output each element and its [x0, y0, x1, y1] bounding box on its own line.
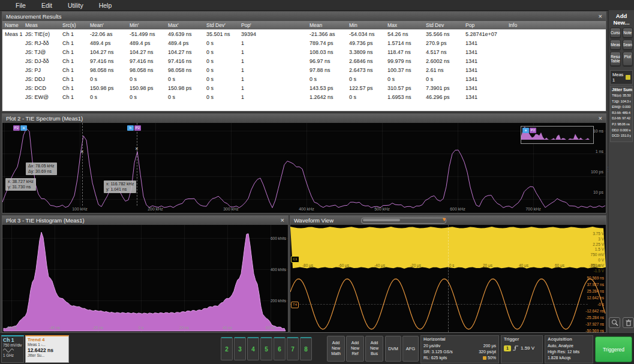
triggered-status-button[interactable]: Triggered: [595, 336, 632, 362]
sidebar-button[interactable]: Results Table: [610, 52, 621, 66]
table-cell: 0 s: [204, 76, 239, 82]
table-cell: 46.296 ps: [423, 94, 463, 100]
close-icon[interactable]: ×: [599, 115, 602, 122]
cursor-badge[interactable]: b: [127, 125, 134, 131]
cursor-badge[interactable]: P2: [134, 125, 141, 131]
results-panel-header[interactable]: Measurement Results ×: [2, 12, 606, 21]
channel-button[interactable]: 4: [247, 337, 259, 360]
minimap-badge[interactable]: P2: [530, 128, 536, 133]
table-cell: JS: DJ-δδ: [23, 58, 60, 64]
column-header[interactable]: Src(s): [60, 22, 88, 28]
table-cell: Ch 1: [60, 76, 88, 82]
add-new-button[interactable]: Add New Bus: [365, 336, 383, 362]
table-row[interactable]: JS: DDJCh 10 s0 s0 s0 s10 s0 s0 s0 s1341: [2, 74, 606, 83]
column-header[interactable]: Std Dev: [423, 22, 463, 28]
acquisition-panel[interactable]: Acquisition Auto, Analyze High Res: 12 b…: [545, 335, 593, 363]
column-header[interactable]: Max: [385, 22, 423, 28]
jitter-summary-panel[interactable]: Jitter Summary TIE(σ): 35.50 nsTJ@: 104.…: [610, 86, 633, 142]
afg-button[interactable]: AFG: [402, 336, 419, 362]
trend-reference-marker[interactable]: T4: [291, 302, 299, 308]
table-cell: JS: RJ-δδ: [23, 40, 60, 46]
table-cell: 3.3809 ns: [347, 49, 385, 55]
cursor-badge[interactable]: P2: [13, 125, 20, 131]
table-cell: 54.26 ns: [385, 31, 423, 37]
column-header[interactable]: Std Dev': [204, 22, 239, 28]
horizontal-panel[interactable]: Horizontal 20 μs/div 200 μs SR: 3.125 GS…: [420, 335, 499, 363]
table-row[interactable]: JS: RJ-δδCh 1489.4 ps489.4 ps489.4 ps0 s…: [2, 38, 606, 47]
ch1-reference-marker[interactable]: C1: [291, 256, 299, 263]
histogram-panel-title: Plot 3 - TIE Histogram (Meas1): [6, 217, 85, 224]
histogram-plot[interactable]: -60 ns-40 ns-20 ns0 s20 ns40 ns60 ns 600…: [2, 225, 288, 332]
table-row[interactable]: JS: DCDCh 1150.98 ps150.98 ps150.98 ps0 …: [2, 83, 606, 92]
scrollbar-thumb[interactable]: [363, 219, 400, 221]
menu-item[interactable]: File: [16, 2, 26, 9]
column-header[interactable]: Mean: [307, 22, 347, 28]
sidebar-button[interactable]: Search: [623, 40, 633, 50]
sidebar-button[interactable]: Measure: [610, 40, 621, 50]
table-cell: 270.9 ps: [423, 40, 463, 46]
column-header[interactable]: Mean': [88, 22, 127, 28]
channel-button[interactable]: 8: [300, 337, 312, 360]
channel-button[interactable]: 2: [221, 337, 233, 360]
horizontal-span: 200 μs: [483, 343, 496, 349]
table-row[interactable]: Meas 1JS: TIE(σ)Ch 1-22.06 as-51.499 ns4…: [2, 29, 606, 38]
cursor-b-line[interactable]: [137, 123, 137, 206]
cursor-badge[interactable]: a: [20, 125, 27, 131]
table-cell: 0 s: [307, 76, 347, 82]
waveform-panel-header[interactable]: Waveform View ▼: [290, 216, 606, 225]
spectrum-overview-minimap[interactable]: aP2: [521, 126, 594, 144]
column-header[interactable]: Pop': [239, 22, 270, 28]
trend4-badge[interactable]: Trend 4 Meas 1 -... 12.6422 ns Jitter Su…: [25, 335, 69, 363]
trigger-position-icon[interactable]: ▼: [441, 216, 447, 223]
spectrum-plot[interactable]: × × P2a bP2 Δx: 78.05 kHz Δy: 30.69 ns x…: [2, 123, 606, 213]
table-row[interactable]: JS: EW@Ch 10 s0 s0 s0 s11.2642 ns0 s1.69…: [2, 92, 606, 101]
add-new-title: Add New...: [609, 10, 634, 28]
zoom-overview-button[interactable]: [609, 317, 620, 328]
histogram-panel-header[interactable]: Plot 3 - TIE Histogram (Meas1) ×: [2, 216, 288, 225]
sidebar-button[interactable]: Cursors: [610, 28, 621, 38]
waveform-plot[interactable]: C1 T4 -80 μs-60 μs-40 μs-20 μs0 s20 μs40…: [290, 225, 606, 332]
table-cell: 122.57 ps: [347, 85, 385, 91]
trend4-detail: Jitter Su...: [28, 353, 67, 358]
table-row[interactable]: JS: PJCh 198.058 ns98.058 ns98.058 ns0 s…: [2, 65, 606, 74]
close-icon[interactable]: ×: [599, 13, 602, 20]
waveform-pan-scrollbar[interactable]: [361, 218, 446, 224]
waveform-view-panel: Waveform View ▼ C1 T4 -80 μs-60 μs-40 μs…: [290, 215, 606, 333]
trash-icon: [625, 319, 632, 326]
cursor-a-x-value: x: 38.727 kHz: [8, 179, 34, 184]
menu-item[interactable]: Help: [99, 2, 112, 9]
table-cell: 150.98 ps: [127, 85, 166, 91]
column-header[interactable]: Info: [506, 22, 606, 28]
table-cell: 2.6002 ns: [423, 58, 463, 64]
channel-button[interactable]: 3: [234, 337, 246, 360]
table-row[interactable]: JS: DJ-δδCh 197.416 ns97.416 ns97.416 ns…: [2, 56, 606, 65]
dvm-button[interactable]: DVM: [385, 336, 401, 362]
channel-button[interactable]: 5: [260, 337, 272, 360]
minimap-badge[interactable]: a: [522, 128, 529, 133]
column-header[interactable]: Min: [347, 22, 385, 28]
table-cell: 0 s: [385, 76, 423, 82]
column-header[interactable]: Max': [166, 22, 204, 28]
sidebar-button[interactable]: Note: [623, 28, 633, 38]
table-row[interactable]: JS: TJ@Ch 1104.27 ns104.27 ns104.27 ns0 …: [2, 47, 606, 56]
add-new-button[interactable]: Add New Ref: [346, 336, 364, 362]
sidebar-button[interactable]: Plot: [623, 52, 633, 66]
trigger-panel[interactable]: Trigger 1 1.59 V: [501, 335, 543, 363]
menu-item[interactable]: Utility: [68, 2, 83, 9]
table-cell: 2.6846 ns: [347, 58, 385, 64]
column-header[interactable]: Name: [2, 22, 23, 28]
add-new-button[interactable]: Add New Math: [327, 336, 345, 362]
channel-button[interactable]: 7: [287, 337, 299, 360]
channel-button[interactable]: 6: [274, 337, 286, 360]
trash-button[interactable]: [623, 317, 634, 328]
column-header[interactable]: Pop: [463, 22, 506, 28]
menu-item[interactable]: Edit: [41, 2, 52, 9]
close-icon[interactable]: ×: [281, 217, 284, 224]
column-header[interactable]: Meas: [23, 22, 60, 28]
spectrum-panel-header[interactable]: Plot 2 - TIE Spectrum (Meas1) ×: [2, 114, 606, 123]
table-cell: 0 s: [347, 76, 385, 82]
cursor-a-line[interactable]: [82, 123, 83, 206]
meas1-badge[interactable]: Meas 1: [610, 70, 633, 85]
ch1-badge[interactable]: Ch 1 750 mV/div 1 GHz: [1, 335, 24, 363]
column-header[interactable]: Min': [127, 22, 166, 28]
